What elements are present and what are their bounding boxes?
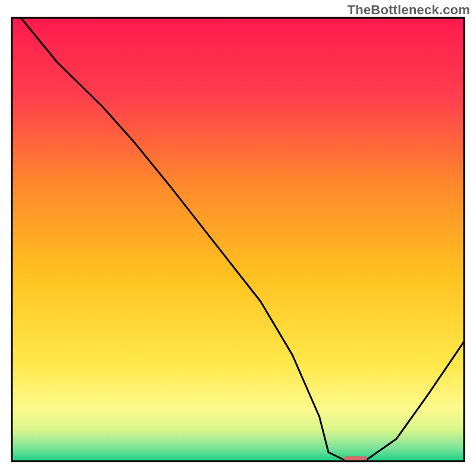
bottleneck-chart: TheBottleneck.com bbox=[0, 0, 476, 476]
chart-svg bbox=[0, 0, 476, 476]
plot-area bbox=[12, 18, 464, 462]
